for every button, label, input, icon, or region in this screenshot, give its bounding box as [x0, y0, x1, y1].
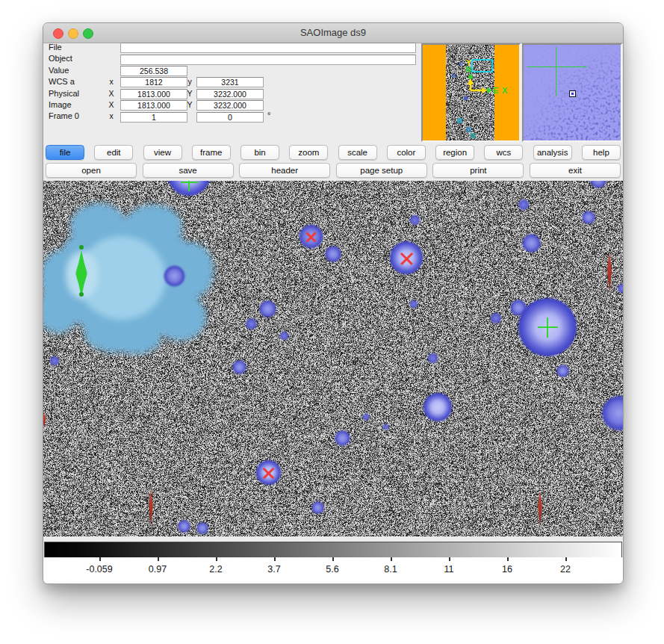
compass-x-arrow: [482, 87, 487, 93]
star-blob: [259, 300, 276, 318]
info-label-file: File: [49, 43, 62, 52]
entry-image-y[interactable]: 3232.000: [196, 100, 264, 111]
star-blob: [164, 265, 185, 287]
colorbar-tick-label: 0.97: [149, 564, 167, 575]
coord-label-image-1: X: [107, 100, 116, 110]
red-x-marker: [305, 230, 317, 243]
galaxy-core-dot-bottom: [79, 292, 84, 297]
entry-wcs-a-x[interactable]: 1812: [120, 77, 187, 87]
info-label-physical: Physical: [49, 89, 79, 99]
info-label-object: Object: [49, 54, 72, 64]
menu-button-view[interactable]: view: [143, 145, 182, 160]
panner-viewport-rect[interactable]: [472, 60, 492, 72]
colorbar-tick: [99, 557, 101, 561]
image-canvas[interactable]: [43, 181, 623, 536]
colorbar[interactable]: [44, 542, 622, 558]
menu-button-file[interactable]: file: [46, 145, 84, 160]
colorbar-scale: -0.0590.972.23.75.68.1111622: [43, 557, 623, 583]
ds9-window: SAOImage ds9 FileObjectValue256.538WCS a…: [43, 22, 624, 584]
menu-button-exit[interactable]: exit: [530, 163, 621, 178]
star-blob: [617, 283, 623, 294]
star-blob: [49, 356, 60, 366]
star-blob: [423, 393, 452, 421]
magnifier-crosshair-horizontal: [527, 66, 587, 68]
colorbar-tick: [332, 557, 334, 561]
entry-frame-0-y[interactable]: 0: [196, 112, 264, 123]
colorbar-tick: [158, 557, 159, 561]
star-blob: [335, 430, 350, 446]
colorbar-tick-label: 11: [444, 564, 454, 575]
colorbar-tick-label: 16: [502, 564, 512, 575]
magnifier-panel[interactable]: [522, 43, 622, 142]
colorbar-tick: [274, 557, 276, 561]
star-blob: [279, 331, 289, 341]
titlebar[interactable]: SAOImage ds9: [43, 23, 623, 43]
menu-button-save[interactable]: save: [143, 163, 234, 178]
red-x-marker: [399, 250, 415, 266]
green-cross-marker: [538, 318, 558, 338]
star-blob: [409, 214, 421, 226]
entry-physical-y[interactable]: 3232.000: [196, 89, 264, 99]
magnifier-cursor-pixel: [569, 90, 576, 97]
menu-button-print[interactable]: print: [432, 163, 524, 178]
info-label-frame-0: Frame 0: [49, 111, 79, 121]
menu-button-analysis[interactable]: analysis: [533, 145, 572, 160]
star-blob: [490, 312, 502, 324]
entry-file[interactable]: [120, 43, 416, 53]
star-blob: [232, 360, 246, 374]
menu-button-zoom[interactable]: zoom: [289, 145, 328, 160]
menu-button-edit[interactable]: edit: [94, 145, 133, 160]
star-blob: [362, 413, 370, 421]
colorbar-tick: [565, 557, 567, 561]
menu-button-scale[interactable]: scale: [338, 145, 377, 160]
entry-wcs-a-y[interactable]: 3231: [196, 77, 264, 87]
star-blob: [245, 318, 258, 330]
menu-button-help[interactable]: help: [582, 145, 621, 160]
menu-button-wcs[interactable]: wcs: [484, 145, 523, 160]
colorbar-tick: [216, 557, 217, 561]
desktop: SAOImage ds9 FileObjectValue256.538WCS a…: [0, 0, 664, 644]
galaxy-core-dot-top: [79, 245, 84, 250]
entry-image-x[interactable]: 1813.000: [120, 100, 187, 111]
compass-east-label: E: [493, 86, 498, 95]
entry-frame-0-x[interactable]: 1: [120, 112, 187, 123]
menu-button-header[interactable]: header: [239, 163, 330, 178]
menu-button-bin[interactable]: bin: [241, 145, 279, 160]
menu-bar: fileeditviewframebinzoomscalecolorregion…: [46, 145, 621, 160]
compass-north-label: N: [465, 65, 471, 74]
colorbar-tick: [449, 557, 450, 561]
green-cross-marker: [181, 181, 198, 191]
info-label-value: Value: [49, 66, 69, 75]
menu-button-region[interactable]: region: [435, 145, 474, 160]
colorbar-tick-label: 5.6: [326, 564, 338, 575]
colorbar-tick-label: 22: [560, 564, 571, 575]
entry-object[interactable]: [120, 55, 416, 65]
compass-east-arrow: [487, 87, 492, 93]
star-blob: [325, 246, 341, 262]
entry-value[interactable]: 256.538: [120, 66, 187, 76]
panner-compass: Y N E X: [423, 45, 519, 140]
menu-button-open[interactable]: open: [46, 163, 137, 178]
compass-north-arrow: [468, 73, 474, 78]
star-blob: [556, 365, 569, 377]
star-blob: [582, 211, 595, 224]
star-blob: [382, 424, 389, 430]
angle-unit-label: °: [267, 111, 270, 121]
star-blob: [522, 234, 541, 253]
entry-physical-x[interactable]: 1813.000: [120, 89, 187, 99]
red-x-marker: [261, 465, 276, 480]
panner-panel[interactable]: Y N E X: [421, 43, 521, 142]
colorbar-tick-label: -0.059: [86, 564, 112, 575]
colorbar-tick-label: 8.1: [384, 564, 397, 575]
menu-button-color[interactable]: color: [387, 145, 426, 160]
star-blob: [518, 199, 530, 211]
menu-button-frame[interactable]: frame: [192, 145, 231, 160]
star-blob: [196, 522, 208, 534]
coord-label-physical-1: X: [107, 89, 116, 99]
coord-label-physical-2: Y: [185, 89, 194, 99]
info-label-wcs-a: WCS a: [49, 77, 75, 87]
magnifier-crosshair-vertical: [556, 47, 557, 96]
menu-button-page-setup[interactable]: page setup: [336, 163, 427, 178]
coord-label-wcs-a-2: y: [185, 77, 194, 87]
star-blob: [409, 300, 418, 309]
